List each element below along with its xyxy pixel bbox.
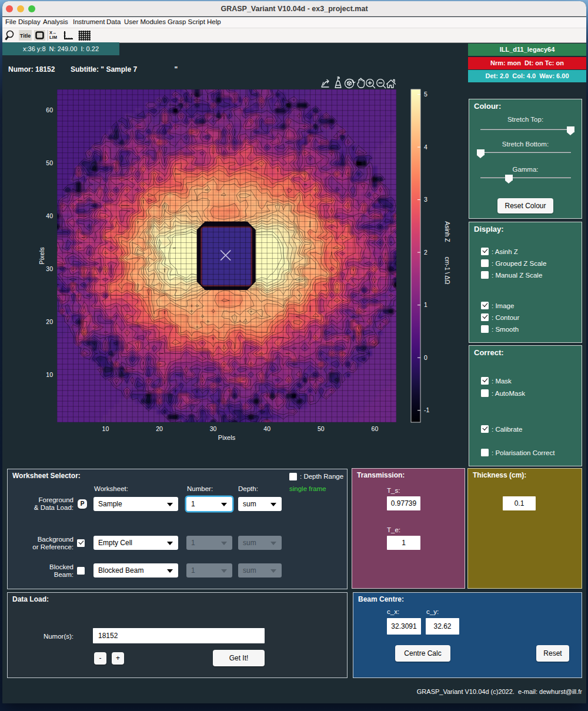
svg-text:3: 3 [424,196,427,203]
svg-text:20: 20 [156,425,163,432]
svg-text:10: 10 [46,371,53,378]
svg-text:Pixels: Pixels [38,247,45,265]
svg-text:50: 50 [318,425,325,432]
svg-text:60: 60 [372,425,379,432]
svg-text:5: 5 [424,91,427,98]
svg-text:Asinh Z: Asinh Z [444,221,451,242]
svg-text:LIM: LIM [49,35,57,40]
svg-text:-1: -1 [424,406,429,413]
svg-text:60: 60 [46,106,53,114]
svg-text:Title: Title [20,33,31,39]
svg-text:Pixels: Pixels [218,434,236,441]
svg-text:20: 20 [46,318,53,325]
svg-text:0: 0 [424,354,427,361]
svg-text:1: 1 [424,301,427,308]
svg-text:30: 30 [210,425,217,432]
svg-text:50: 50 [46,159,53,166]
svg-text:2: 2 [424,249,427,256]
svg-text:40: 40 [46,212,53,219]
svg-text:4: 4 [424,143,427,151]
svg-text:10: 10 [102,425,109,432]
svg-text:30: 30 [46,265,53,272]
svg-text:cm-1 \ ΔΩ: cm-1 \ ΔΩ [444,257,451,285]
svg-text:40: 40 [263,425,270,432]
